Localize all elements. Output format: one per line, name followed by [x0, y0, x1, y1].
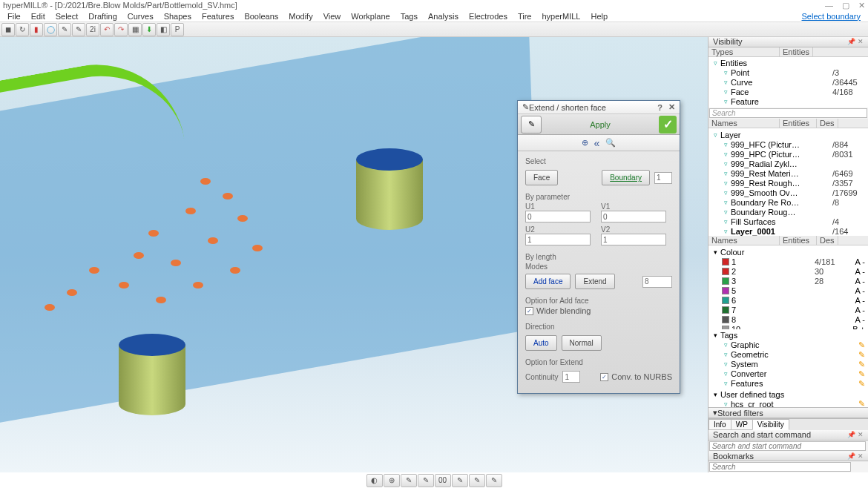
vis-row[interactable]: ▿Curve/36445: [708, 78, 868, 88]
toolbar-btn-2[interactable]: ↻: [16, 23, 29, 36]
menu-electrodes[interactable]: Electrodes: [464, 12, 512, 21]
visibility-tree[interactable]: ▿Entities▿Point/3▿Curve/36445▿Face4/168▿…: [708, 57, 868, 108]
vis-row[interactable]: ▿Point/3: [708, 68, 868, 78]
layer-row[interactable]: ▿999_HPC (Pictur…/8031: [708, 149, 868, 159]
menu-analysis[interactable]: Analysis: [424, 12, 463, 21]
search-box-1[interactable]: Search: [709, 108, 867, 118]
toolbar-btn-12[interactable]: ◧: [157, 23, 170, 36]
stored-filters-header[interactable]: ▾ Stored filters: [708, 407, 868, 418]
tags-tree[interactable]: ▾Tags▿Graphic✎▿Geometric✎▿System✎▿Conver…: [708, 329, 868, 389]
menu-view[interactable]: View: [319, 12, 346, 21]
vis-row[interactable]: ▿Solid1: [708, 107, 868, 108]
menu-edit[interactable]: Edit: [27, 12, 50, 21]
bottom-btn-6[interactable]: ✎: [452, 474, 468, 487]
u2-input[interactable]: [525, 234, 591, 245]
bottom-btn-2[interactable]: ⊕: [384, 474, 400, 487]
nav-search-icon[interactable]: 🔍: [605, 138, 616, 148]
layer-row[interactable]: ▿Layer: [708, 130, 868, 139]
select-boundary-link[interactable]: Select boundary: [802, 12, 866, 21]
colour-row[interactable]: 7A -: [708, 305, 868, 314]
toolbar-btn-7[interactable]: 2i: [86, 23, 99, 36]
close-button[interactable]: ✕: [858, 1, 865, 10]
dialog-close-button[interactable]: ✕: [668, 102, 675, 112]
colour-row[interactable]: 8A -: [708, 314, 868, 324]
colour-row[interactable]: 6A -: [708, 295, 868, 305]
vis-row[interactable]: ▿Feature: [708, 97, 868, 107]
colour-tree[interactable]: ▾Colour14/181A -230A -328A -5A -6A -7A -…: [708, 245, 868, 329]
menu-features[interactable]: Features: [197, 12, 238, 21]
menu-select[interactable]: Select: [51, 12, 83, 21]
tab-wp[interactable]: WP: [731, 419, 753, 430]
layer-row[interactable]: ▿Boundary Roug…: [708, 207, 868, 217]
colour-header-row[interactable]: ▾Colour: [708, 247, 868, 257]
toolbar-btn-1[interactable]: ◼: [1, 23, 15, 36]
command-search-input[interactable]: [709, 441, 866, 451]
tag-row[interactable]: ▿Converter✎: [708, 369, 868, 379]
layer-row[interactable]: ▿Fill Surfaces/4: [708, 217, 868, 226]
layer-tree[interactable]: ▿Layer▿999_HFC (Pictur…/884▿999_HPC (Pic…: [708, 128, 868, 236]
v2-input[interactable]: [601, 234, 666, 245]
v1-input[interactable]: [601, 211, 666, 222]
menu-tags[interactable]: Tags: [396, 12, 422, 21]
boundary-button[interactable]: Boundary: [602, 170, 650, 185]
tags-header-row[interactable]: ▾Tags: [708, 331, 868, 340]
u1-input[interactable]: [525, 211, 591, 222]
toolbar-btn-13[interactable]: P: [171, 23, 184, 36]
dialog-titlebar[interactable]: ✎ Extend / shorten face ? ✕: [518, 101, 680, 114]
tag-row[interactable]: ▿Geometric✎: [708, 350, 868, 360]
colour-row[interactable]: 230A -: [708, 266, 868, 276]
menu-drafting[interactable]: Drafting: [84, 12, 122, 21]
menu-modify[interactable]: Modify: [284, 12, 317, 21]
usertags-tree[interactable]: ▾User defined tags ▿hcs_cr_root✎: [708, 388, 868, 407]
layer-row[interactable]: ▿999_Radial Zykl…: [708, 159, 868, 168]
extend-button[interactable]: Extend: [575, 274, 614, 289]
vis-row[interactable]: ▿Entities: [708, 59, 868, 68]
layer-row[interactable]: ▿Layer_0001/164: [708, 226, 868, 236]
toolbar-btn-4[interactable]: ◯: [44, 23, 57, 36]
minimize-button[interactable]: —: [825, 1, 833, 10]
menu-help[interactable]: Help: [586, 12, 612, 21]
usertags-header-row[interactable]: ▾User defined tags: [708, 389, 868, 399]
layer-row[interactable]: ▿999_Smooth Ov…/17699: [708, 188, 868, 197]
nav-prev-icon[interactable]: «: [594, 137, 600, 149]
colour-row[interactable]: 328A -: [708, 276, 868, 286]
menu-shapes[interactable]: Shapes: [160, 12, 196, 21]
menu-file[interactable]: File: [3, 12, 25, 21]
bottom-btn-8[interactable]: ✎: [486, 474, 502, 487]
toolbar-btn-6[interactable]: ✎: [72, 23, 85, 36]
toolbar-btn-8[interactable]: ↶: [100, 23, 114, 36]
menu-workplane[interactable]: Workplane: [346, 12, 394, 21]
bottom-btn-4[interactable]: ✎: [418, 474, 434, 487]
menu-hypermill[interactable]: hyperMILL: [537, 12, 585, 21]
layer-row[interactable]: ▿999_Rest Rough…/3357: [708, 178, 868, 188]
layer-row[interactable]: ▿999_Rest Materi…/6469: [708, 168, 868, 178]
layer-row[interactable]: ▿Boundary Re Ro…/8: [708, 197, 868, 207]
colour-row[interactable]: 5A -: [708, 286, 868, 295]
wider-blending-check[interactable]: ✓Wider blending: [525, 306, 672, 315]
continuity-input[interactable]: [562, 371, 580, 383]
auto-button[interactable]: Auto: [525, 335, 557, 351]
toolbar-btn-9[interactable]: ↷: [114, 23, 128, 36]
bookmarks-search-input[interactable]: [709, 462, 851, 472]
bottom-btn-3[interactable]: ✎: [401, 474, 417, 487]
menu-booleans[interactable]: Booleans: [240, 12, 283, 21]
tag-row[interactable]: ▿Graphic✎: [708, 340, 868, 350]
dialog-help-button[interactable]: ?: [657, 103, 662, 112]
maximize-button[interactable]: ▢: [842, 1, 849, 10]
bottom-btn-7[interactable]: ✎: [469, 474, 485, 487]
length-input[interactable]: [642, 276, 672, 288]
toolbar-btn-5[interactable]: ✎: [58, 23, 71, 36]
confirm-button[interactable]: ✓: [659, 116, 677, 133]
menu-curves[interactable]: Curves: [123, 12, 158, 21]
addface-button[interactable]: Add face: [525, 274, 571, 289]
usertag-row[interactable]: ▿hcs_cr_root✎: [708, 399, 868, 407]
bottom-btn-5[interactable]: 00: [435, 474, 451, 487]
nav-target-icon[interactable]: ⊕: [582, 138, 588, 148]
layer-row[interactable]: ▿999_HFC (Pictur…/884: [708, 139, 868, 149]
face-button[interactable]: Face: [525, 170, 558, 185]
boundary-count[interactable]: [654, 172, 672, 184]
apply-button[interactable]: Apply: [545, 119, 656, 129]
normal-button[interactable]: Normal: [562, 335, 602, 351]
toolbar-btn-10[interactable]: ▦: [128, 23, 142, 36]
conv-nurbs-check[interactable]: ✓Conv. to NURBS: [600, 372, 672, 381]
